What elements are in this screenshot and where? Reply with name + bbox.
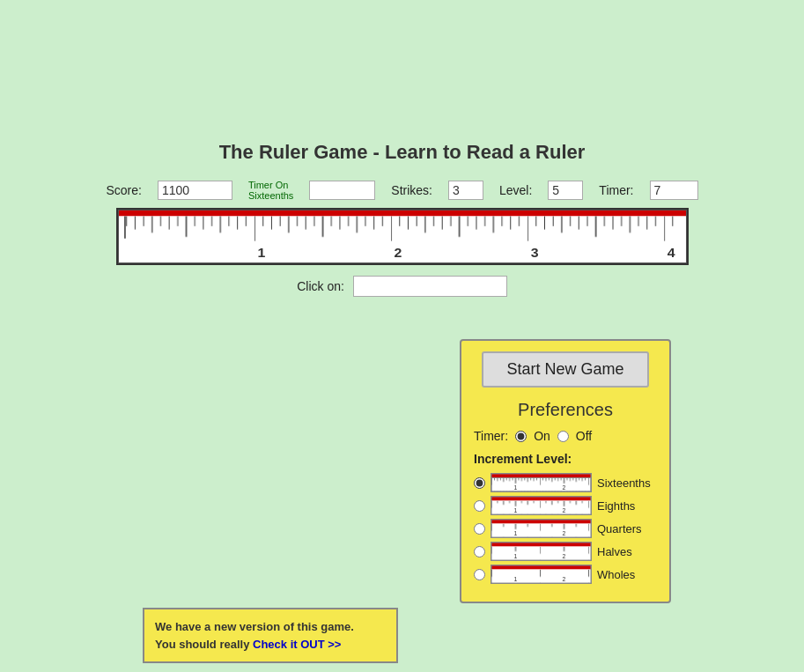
svg-rect-47	[491, 497, 591, 501]
ruler-mini-quarters: 1 2	[491, 519, 592, 538]
svg-text:1: 1	[514, 530, 518, 536]
click-row: Click on:	[0, 276, 804, 297]
level-input[interactable]	[548, 181, 583, 200]
svg-text:2: 2	[563, 553, 566, 559]
svg-rect-19	[124, 210, 679, 256]
svg-rect-71	[491, 543, 591, 547]
svg-text:2: 2	[563, 576, 566, 582]
ruler-mini-wholes: 1 2	[491, 565, 592, 584]
preferences-title: Preferences	[474, 400, 657, 420]
svg-rect-75	[491, 547, 591, 560]
svg-text:1: 1	[514, 553, 518, 559]
ruler-mini-sixteenths: 1 2	[491, 473, 592, 492]
svg-rect-79	[491, 565, 591, 570]
level-label: Level:	[499, 183, 532, 197]
svg-text:2: 2	[563, 484, 566, 491]
svg-text:2: 2	[563, 507, 566, 513]
svg-text:1: 1	[514, 576, 518, 582]
inc-wholes-label: Wholes	[597, 568, 635, 581]
notify-text1: We have a new version of this game.	[155, 620, 354, 633]
click-label: Click on:	[297, 279, 344, 293]
timer-pref-label: Timer:	[474, 429, 508, 443]
timer-on-radio[interactable]	[515, 431, 527, 442]
notify-link[interactable]: Check it OUT >>	[253, 638, 341, 651]
svg-rect-82	[491, 570, 591, 583]
timer-off-radio[interactable]	[557, 431, 569, 442]
score-input[interactable]	[158, 181, 232, 200]
inc-quarters-radio[interactable]	[474, 523, 485, 535]
ruler[interactable]: 1 2 3 4	[116, 208, 689, 265]
inc-sixteenths-radio[interactable]	[474, 477, 485, 489]
notification-box: We have a new version of this game. You …	[143, 608, 398, 663]
score-row: Score: Timer On Sixteenths Strikes: Leve…	[0, 180, 804, 201]
inc-halves-label: Halves	[597, 545, 632, 558]
timer-pref-row: Timer: On Off	[474, 429, 657, 443]
svg-text:3: 3	[530, 246, 538, 261]
inc-wholes-radio[interactable]	[474, 569, 485, 580]
increment-option-wholes: 1 2 Wholes	[474, 565, 657, 584]
svg-text:2: 2	[563, 530, 566, 536]
inc-eighths-radio[interactable]	[474, 500, 485, 512]
svg-text:1: 1	[514, 484, 518, 491]
start-new-game-button[interactable]: Start New Game	[482, 351, 649, 388]
ruler-mini-halves: 1 2	[491, 542, 592, 561]
increment-option-sixteenths: 1 2 Sixteenths	[474, 473, 657, 492]
svg-rect-61	[491, 520, 591, 524]
svg-text:1: 1	[514, 507, 518, 513]
inc-halves-radio[interactable]	[474, 546, 485, 558]
strikes-input[interactable]	[448, 181, 483, 200]
svg-rect-57	[491, 501, 591, 514]
increment-option-quarters: 1 2 Quarters	[474, 519, 657, 538]
strikes-label: Strikes:	[391, 183, 432, 197]
timer-on-box: Timer On Sixteenths	[248, 180, 293, 201]
increment-option-halves: 1 2 Halves	[474, 542, 657, 561]
increment-level-label: Increment Level:	[474, 452, 657, 466]
timer-on-label: Timer On	[248, 180, 288, 190]
svg-rect-43	[491, 478, 591, 491]
svg-rect-25	[491, 474, 591, 478]
sixteenths-label: Sixteenths	[248, 190, 293, 201]
timer-off-label[interactable]: Off	[576, 429, 592, 443]
svg-text:1: 1	[257, 246, 265, 261]
ruler-mini-eighths: 1 2	[491, 496, 592, 515]
timer-input[interactable]	[650, 181, 698, 200]
page-title: The Ruler Game - Learn to Read a Ruler	[0, 0, 804, 164]
svg-text:2: 2	[394, 246, 402, 261]
timer-label: Timer:	[599, 183, 633, 197]
click-input[interactable]	[353, 276, 507, 297]
svg-rect-67	[491, 524, 591, 537]
ruler-svg: 1 2 3 4	[118, 210, 687, 263]
inc-eighths-label: Eighths	[597, 499, 635, 513]
notify-text2: You should really	[155, 638, 253, 651]
inc-sixteenths-label: Sixteenths	[597, 476, 651, 490]
inc-quarters-label: Quarters	[597, 522, 642, 535]
timer-on-input[interactable]	[309, 181, 375, 200]
svg-text:4: 4	[667, 246, 675, 261]
timer-on-label[interactable]: On	[534, 429, 550, 443]
increment-option-eighths: 1 2 Eighths	[474, 496, 657, 515]
preferences-panel: Start New Game Preferences Timer: On Off…	[460, 339, 671, 603]
score-label: Score:	[106, 183, 141, 197]
